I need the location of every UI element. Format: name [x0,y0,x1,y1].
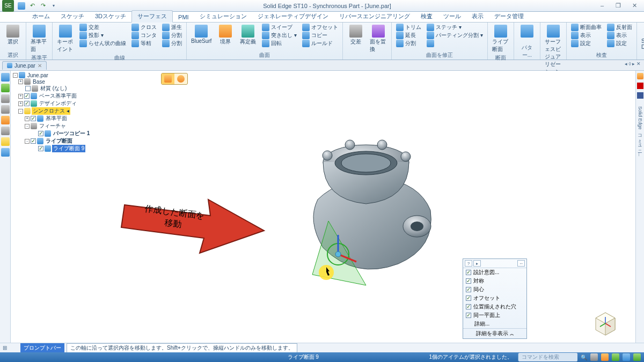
rstrip-record-icon[interactable] [637,73,643,79]
vt-view-icon[interactable] [1,127,10,135]
ribbon-small-button[interactable]: ルールド [301,40,339,47]
vt-library-icon[interactable] [1,116,10,124]
ribbon-button[interactable]: ライブ断面 [491,24,510,54]
vt-sensor-icon[interactable] [1,94,10,103]
ribbon-button[interactable]: キーポイント [56,24,75,54]
ribbon-button[interactable]: 交差 [346,24,365,47]
tree-node[interactable]: +ベース基準平面 [12,92,98,100]
status-help-icon[interactable] [633,353,641,361]
tree-node[interactable]: -シンクロナス ◂ [12,107,98,115]
design-intent-checkbox[interactable] [466,295,471,301]
tree-node[interactable]: 材質 (なし) [12,85,98,92]
ribbon-button[interactable]: 選択 [3,24,23,47]
ribbon-small-button[interactable]: 設定 [570,40,603,47]
tree-node[interactable]: -June.par [12,72,98,78]
ribbon-button[interactable]: 再定義 [238,24,258,47]
panel-expand-button[interactable]: ↔ [517,260,525,267]
document-tab[interactable]: June.par ✕ [2,61,47,70]
tree-twisty[interactable]: - [13,73,18,78]
ribbon-small-button[interactable]: パーティング分割 ▾ [426,32,484,39]
view-cube[interactable] [591,309,619,337]
ribbon-tab-8[interactable]: 検査 [415,11,438,22]
design-intent-item[interactable]: 同心 [463,285,526,294]
tree-checkbox[interactable] [31,116,36,121]
ribbon-small-button[interactable]: 分割 [395,40,422,47]
application-menu-button[interactable]: SE [2,0,14,12]
design-intent-checkbox[interactable] [466,270,471,275]
tree-twisty[interactable]: + [18,79,23,84]
design-intent-checkbox[interactable] [466,313,471,318]
ribbon-small-button[interactable]: 分割 [161,32,183,39]
tree-node[interactable]: -ライブ断面 [12,137,98,145]
vt-misc-icon[interactable] [1,137,10,146]
tree-checkbox[interactable] [24,93,30,99]
tree-node[interactable]: +Base [12,78,98,85]
ribbon-small-button[interactable]: 表示 [606,32,633,39]
rstrip-youtube-icon[interactable] [637,83,643,89]
tree-twisty[interactable]: + [18,94,23,99]
status-zoom-fit-icon[interactable] [612,353,619,361]
graphics-viewport[interactable]: 作成した断面を移動 ? ▸ ↔ 設計意図...対称同心オフセット位置揃えされた穴… [98,71,634,352]
status-icon-4[interactable] [623,353,630,361]
ribbon-small-button[interactable]: 交差 [78,24,127,31]
design-intent-item[interactable]: 対称 [463,277,526,285]
tree-twisty[interactable]: + [25,116,30,121]
design-intent-item[interactable]: 位置揃えされた穴 [463,302,526,311]
ribbon-small-button[interactable]: 分割 [161,40,183,47]
tree-node[interactable]: -フィーチャ [12,122,98,130]
design-intent-collapse[interactable]: 詳細を非表示 ︽ [463,328,526,338]
tree-node[interactable]: +基準平面 [12,115,98,122]
status-icon-2[interactable] [601,353,609,361]
ribbon-button[interactable] [517,24,537,39]
close-button[interactable]: ✕ [628,2,641,9]
ribbon-tab-6[interactable]: ジェネレーティブデザイン [252,11,334,22]
ribbon-tab-10[interactable]: 表示 [466,11,489,22]
ribbon-small-button[interactable]: らせん状の曲線 [78,40,127,47]
tree-checkbox[interactable] [25,86,31,91]
design-intent-item[interactable]: 詳細... [463,320,526,328]
vt-flag-icon[interactable] [1,105,10,114]
qat-redo-button[interactable]: ↷ [38,1,48,11]
tree-checkbox[interactable] [24,101,30,106]
view-mode-settings[interactable] [174,73,187,84]
ribbon-small-button[interactable]: 突き出し ▾ [261,32,298,39]
ribbon-button[interactable]: 面を置換 [369,24,388,54]
ribbon-tab-7[interactable]: リバースエンジニアリング [334,11,415,22]
tree-node[interactable]: ライブ断面 9 [12,145,98,152]
ribbon-tab-5[interactable]: シミュレーション [194,11,252,22]
model-3d[interactable] [275,114,457,291]
vt-tree-icon[interactable] [1,84,10,92]
tree-node[interactable]: +デザインボディ [12,100,98,107]
ribbon-tab-4[interactable]: PMI [173,12,194,22]
design-intent-checkbox[interactable] [466,287,471,292]
qat-undo-button[interactable]: ↶ [27,1,37,11]
rstrip-facebook-icon[interactable] [637,92,643,99]
ribbon-button[interactable]: サーフェスビジュアリゼーション [544,24,563,77]
ribbon-small-button[interactable]: オフセット [301,24,339,31]
tree-node[interactable]: パーツコピー 1 [12,130,98,137]
ribbon-small-button[interactable] [426,40,484,47]
panel-play-button[interactable]: ▸ [473,260,481,267]
ribbon-small-button[interactable]: 延長 [395,32,422,39]
ribbon-button[interactable]: 基準平面 [30,24,49,54]
ribbon-small-button[interactable]: 投影 ▾ [78,32,127,39]
tree-twisty[interactable]: - [18,109,23,114]
command-search-input[interactable]: コマンドを検索 [518,353,577,361]
document-tab-close[interactable]: ✕ [38,63,42,69]
design-intent-item[interactable]: 同一平面上 [463,311,526,320]
ribbon-tab-2[interactable]: 3Dスケッチ [90,11,131,22]
ribbon-small-button[interactable]: クロス [130,24,158,31]
ribbon-small-button[interactable]: コンタ [130,32,158,39]
ribbon-tab-1[interactable]: スケッチ [55,11,90,22]
design-intent-checkbox[interactable] [466,304,471,309]
ribbon-small-button[interactable]: 断面曲率 [570,24,603,31]
ribbon-button[interactable]: BlueSurf [190,24,213,45]
tree-twisty[interactable]: - [25,139,30,144]
ribbon-button[interactable]: 境界 [216,24,235,47]
ribbon-small-button[interactable]: 等精 [130,40,158,47]
status-icon-1[interactable] [590,353,598,361]
tree-twisty[interactable]: + [18,101,23,106]
ribbon-tab-0[interactable]: ホーム [27,11,55,22]
design-intent-item[interactable]: オフセット [463,294,526,302]
design-intent-checkbox[interactable] [466,278,471,284]
